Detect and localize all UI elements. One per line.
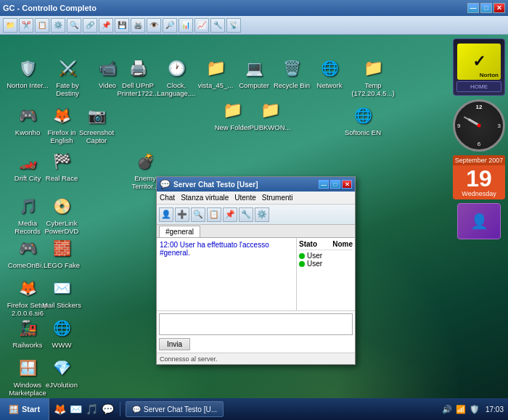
- chat-tool-4[interactable]: 📋: [207, 207, 221, 222]
- computer-label: Computer: [239, 81, 269, 89]
- tb-browser-icon[interactable]: 🦊: [52, 402, 67, 416]
- temp-icon: 📁: [361, 57, 385, 80]
- toolbar-icon-7[interactable]: 📌: [99, 18, 113, 33]
- real-race-label: Real Race: [46, 174, 78, 182]
- toolbar-icon-12[interactable]: 📊: [179, 18, 193, 33]
- screenshot-icon: 📷: [85, 104, 108, 127]
- desktop-icon-norton-internet[interactable]: 🛡️ Norton Inter...: [6, 57, 49, 89]
- ejvolution-icon: 💎: [50, 356, 73, 379]
- desktop-icon-recycle[interactable]: 🗑️ Recycle Bin: [270, 57, 314, 89]
- taskbar-task-label: Server Chat Testo [U...: [144, 405, 217, 413]
- user-status-dot-2: [299, 261, 305, 267]
- tb-email-icon[interactable]: ✉️: [68, 402, 83, 416]
- www-icon: 🌐: [50, 316, 73, 339]
- chat-tab-general[interactable]: #general: [159, 226, 200, 237]
- chat-minimize-button[interactable]: —: [319, 180, 329, 189]
- chat-send-button[interactable]: Invia: [159, 338, 190, 350]
- desktop-icon-lego[interactable]: 🧱 LEGO Fake: [40, 236, 83, 269]
- toolbar-icon-2[interactable]: ✂️: [19, 18, 33, 33]
- tb-chat-icon[interactable]: 💬: [100, 402, 115, 416]
- toolbar-icon-6[interactable]: 🔗: [83, 18, 97, 33]
- chat-menu-utente[interactable]: Utente: [234, 194, 255, 202]
- title-bar: GC - Controllo Completo — □ ✕: [0, 0, 508, 16]
- tray-volume-icon[interactable]: 🔊: [441, 403, 453, 415]
- new-folder-icon: 📁: [221, 99, 244, 122]
- tb-media-icon[interactable]: 🎵: [84, 402, 99, 416]
- desktop-icon-screenshot[interactable]: 📷 Screenshot Captor: [75, 104, 118, 144]
- desktop-icon-ejvolution[interactable]: 💎 eJVolution: [40, 356, 83, 389]
- toolbar-icon-4[interactable]: ⚙️: [51, 18, 65, 33]
- toolbar-icon-10[interactable]: 👁️: [147, 18, 161, 33]
- printer-icon: 🖨️: [126, 57, 149, 80]
- calendar-month: September 2007: [453, 155, 505, 165]
- norton-internet-icon: 🛡️: [16, 57, 39, 80]
- chat-tool-7[interactable]: ⚙️: [255, 207, 269, 222]
- pubkwon-label: PUBKWON...: [249, 123, 290, 131]
- desktop-icon-clock[interactable]: 🕐 Clock, Language,...: [155, 57, 198, 97]
- chat-user-row-2: User: [299, 260, 353, 268]
- chat-tool-2[interactable]: ➕: [175, 207, 189, 222]
- user-status-dot-1: [299, 253, 305, 259]
- start-button[interactable]: 🪟 Start: [0, 398, 49, 420]
- chat-maximize-button[interactable]: □: [330, 180, 340, 189]
- taskbar-task-chat[interactable]: 💬 Server Chat Testo [U...: [126, 401, 224, 417]
- vista-icon: 📁: [204, 57, 227, 80]
- desktop-icon-powerdvd[interactable]: 📀 CyberLink PowerDVD: [40, 194, 83, 235]
- right-sidebar: ✓ Norton HOME 12 3 6 9 September 2007 19…: [450, 35, 508, 398]
- desktop-icon-real-race[interactable]: 🏁 Real Race: [40, 149, 83, 182]
- chat-tool-3[interactable]: 🔍: [191, 207, 205, 222]
- toolbar-icon-9[interactable]: 🖨️: [131, 18, 145, 33]
- desktop-icon-fate[interactable]: ⚔️ Fate by Destiny: [46, 57, 89, 97]
- ejvolution-label: eJVolution: [46, 381, 78, 389]
- chat-tool-5[interactable]: 📌: [223, 207, 237, 222]
- minimize-button[interactable]: —: [467, 3, 479, 13]
- desktop-icon-mail[interactable]: ✉️ Mail Stickers: [40, 276, 83, 309]
- chat-menu-stanza[interactable]: Stanza virtuale: [181, 194, 229, 202]
- chat-menu-chat[interactable]: Chat: [160, 194, 175, 202]
- media-icon: 🎵: [16, 194, 39, 218]
- desktop-icon-temp[interactable]: 📁 Temp (172.20.4.5...): [351, 57, 395, 97]
- chat-menu-strumenti[interactable]: Strumenti: [262, 194, 293, 202]
- users-stato-header: Stato: [299, 240, 317, 248]
- desktop-icon-www[interactable]: 🌐 WWW: [40, 316, 83, 349]
- chat-send-bar: Invia: [159, 338, 353, 350]
- toolbar-icon-15[interactable]: 📡: [226, 18, 241, 33]
- desktop-icon-network[interactable]: 🌐 Network: [308, 57, 351, 89]
- norton-home-button[interactable]: HOME: [456, 81, 501, 92]
- toolbar-icon-5[interactable]: 🔍: [67, 18, 81, 33]
- desktop-icon-vista[interactable]: 📁 vista_45_...: [194, 57, 237, 89]
- chat-tool-6[interactable]: 🔧: [239, 207, 253, 222]
- toolbar-icon-14[interactable]: 🔧: [210, 18, 225, 33]
- maximize-button[interactable]: □: [480, 3, 492, 13]
- taskbar-clock: 17:03: [486, 405, 504, 413]
- chat-menubar: Chat Stanza virtuale Utente Strumenti: [157, 192, 355, 205]
- toolbar-icon-3[interactable]: 📋: [35, 18, 49, 33]
- tray-security-icon[interactable]: 🛡️: [469, 403, 480, 415]
- chat-tabs-bar: #general: [157, 225, 355, 238]
- comeonbi-icon: 🎮: [16, 236, 39, 260]
- start-label: Start: [22, 405, 40, 413]
- taskbar-tray: 🔊 📶 🛡️ 17:03: [437, 403, 508, 415]
- toolbar-icon-8[interactable]: 💾: [115, 18, 129, 33]
- railworks-icon: 🚂: [16, 316, 39, 339]
- chat-body: 12:00 User ha effettuato l'accesso #gene…: [157, 238, 355, 310]
- chat-tool-1[interactable]: 👤: [159, 207, 173, 222]
- toolbar-icon-13[interactable]: 📈: [194, 18, 209, 33]
- tray-network-icon[interactable]: 📶: [455, 403, 467, 415]
- chat-input-field[interactable]: [159, 313, 353, 335]
- toolbar-icon-11[interactable]: 🔎: [163, 18, 177, 33]
- desktop-icon-printer[interactable]: 🖨️ Dell UPnP Printer1722...: [116, 57, 160, 97]
- norton-widget[interactable]: ✓ Norton HOME: [453, 38, 505, 96]
- desktop-icon-pubkwon[interactable]: 📁 PUBKWON...: [248, 99, 292, 131]
- recycle-label: Recycle Bin: [274, 81, 310, 89]
- fate-icon: ⚔️: [56, 57, 79, 80]
- mail-icon: ✉️: [50, 276, 73, 300]
- drift-label: Drift City: [15, 174, 41, 182]
- desktop-icon-computer[interactable]: 💻 Computer: [232, 57, 276, 89]
- chat-close-button[interactable]: ✕: [342, 180, 352, 189]
- close-button[interactable]: ✕: [493, 3, 505, 13]
- toolbar-icon-1[interactable]: 📁: [3, 18, 17, 33]
- desktop-icon-softonic[interactable]: 🌐 Softonic EN: [341, 104, 385, 136]
- desktop-icon-new-folder[interactable]: 📁 New Folder: [210, 99, 254, 131]
- fate-label: Fate by Destiny: [46, 81, 89, 97]
